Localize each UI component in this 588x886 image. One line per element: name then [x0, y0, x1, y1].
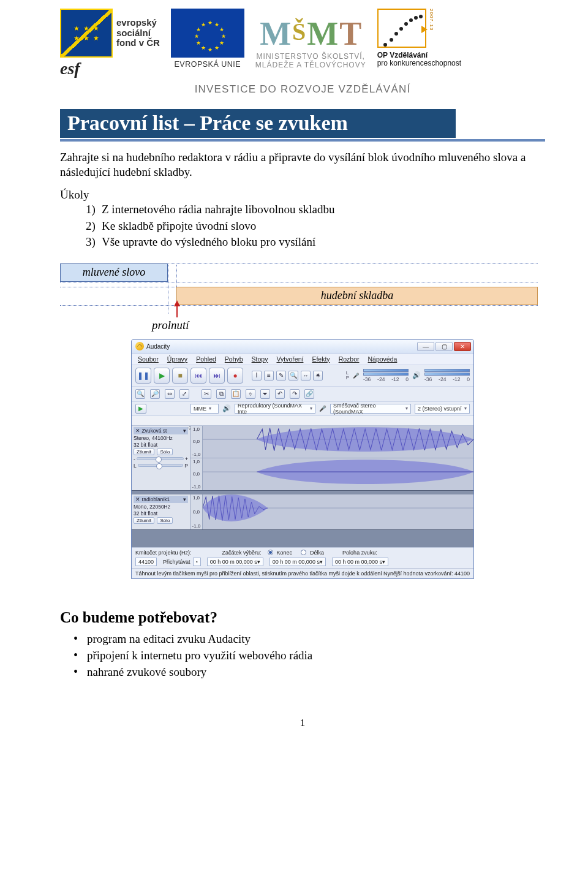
waveform-channel[interactable]: 1,00,0-1,0 — [190, 426, 473, 458]
paste-icon[interactable]: 📋 — [231, 389, 241, 399]
window-maximize-button[interactable]: ▢ — [435, 342, 453, 351]
waveform-icon — [203, 458, 473, 485]
page-number: 1 — [60, 717, 545, 729]
tool-timeshift-icon[interactable]: ↔ — [301, 371, 311, 381]
skip-start-button[interactable]: ⏮ — [190, 368, 206, 384]
tool-multi-icon[interactable]: ✷ — [313, 371, 323, 381]
fit-selection-icon[interactable]: ⇔ — [165, 389, 175, 399]
intro-paragraph: Zahrajte si na hudebního redaktora v rád… — [60, 150, 545, 180]
pan-slider[interactable] — [138, 464, 184, 467]
tools-grid-2: 🔍 ↔ ✷ — [288, 371, 323, 381]
audio-host-dropdown[interactable]: MME▾ — [190, 404, 219, 414]
audacity-screenshot: ◠ Audacity — ▢ ✕ Soubor Úpravy Pohled Po… — [131, 339, 474, 579]
skip-end-button[interactable]: ⏭ — [209, 368, 225, 384]
eu-logo: ★ ★ ★ ★ ★ ★ ★ ★ ★ ★ ★ ★ EVROPSKÁ UNIE — [171, 9, 244, 69]
menu-item[interactable]: Nápovéda — [364, 355, 401, 363]
menu-item[interactable]: Rozbor — [335, 355, 363, 363]
menu-item[interactable]: Vytvoření — [273, 355, 307, 363]
stop-button[interactable]: ■ — [172, 368, 188, 384]
msmt-caption-l2: MLÁDEŽE A TĚLOVÝCHOVY — [255, 61, 366, 70]
track-menu-caret-icon[interactable]: ▾ — [183, 496, 186, 502]
esf-logo: ★★★ ★★★ evropský sociální fond v ČR esf — [60, 9, 160, 78]
copy-icon[interactable]: ⧉ — [216, 389, 226, 399]
tools-grid: I ≡ ✎ — [252, 371, 286, 381]
audio-position-field[interactable]: 00 h 00 m 00,000 s▾ — [332, 558, 388, 566]
list-item: nahrané zvukové soubory — [87, 664, 545, 680]
project-rate-field[interactable]: 44100 — [135, 558, 157, 566]
track-area: ✕ Zvuková st ▾ Stereo, 44100Hz 32 bit fl… — [132, 426, 473, 547]
fit-project-icon[interactable]: ⤢ — [179, 389, 189, 399]
play-mini-icon[interactable]: ▶ — [135, 404, 146, 414]
selection-start-field[interactable]: 00 h 00 m 00,000 s▾ — [207, 558, 263, 566]
input-device-dropdown[interactable]: Sméšovač stereo (SoundMAX▾ — [330, 404, 411, 414]
esf-caption-l3: fond v ČR — [116, 38, 160, 48]
selection-end-field[interactable]: 00 h 00 m 00,000 s▾ — [270, 558, 326, 566]
task-item: 2)Ke skladbě připojte úvodní slovo — [86, 218, 545, 234]
status-hint: Táhnout levým tlačítkem myši pro přiblíž… — [135, 570, 382, 577]
msmt-glyph-icon: MŠMT — [260, 9, 361, 50]
track-header[interactable]: ✕ Zvuková st ▾ Stereo, 44100Hz 32 bit fl… — [132, 426, 190, 490]
track-row: ✕ radioblanik1 ▾ Mono, 22050Hz 32 bit fl… — [132, 494, 473, 530]
page-title-block: Pracovní list – Práce se zvukem — [60, 109, 545, 142]
waveform-channel[interactable]: 1,00,0-1,0 — [190, 494, 473, 529]
device-toolbar: ▶ MME▾ 🔊 Reproduktory (SoundMAX Inte▾ 🎤 … — [132, 402, 473, 416]
trim-icon[interactable]: ⎀ — [246, 389, 255, 399]
audio-position-label: Poloha zvuku: — [342, 550, 377, 556]
diagram-box-music: hudební skladba — [176, 287, 538, 305]
tool-zoom-icon[interactable]: 🔍 — [288, 371, 298, 381]
redo-icon[interactable]: ↷ — [290, 389, 300, 399]
solo-button[interactable]: Sólo — [157, 517, 173, 524]
time-ruler[interactable]: -2,0 -1,0 0,0 1,0 2,0 3,0 4,0 5,0 6,0 7,… — [132, 416, 473, 426]
zoom-in-icon[interactable]: 🔍 — [135, 389, 145, 399]
window-titlebar: ◠ Audacity — ▢ ✕ — [132, 340, 473, 354]
pause-button[interactable]: ❚❚ — [135, 368, 151, 384]
transport-toolbar: ❚❚ ▶ ■ ⏮ ⏭ ● I ≡ ✎ 🔍 ↔ ✷ — [132, 365, 473, 387]
window-title: Audacity — [146, 343, 170, 350]
mute-button[interactable]: Ztlumit — [134, 517, 154, 524]
output-device-dropdown[interactable]: Reproduktory (SoundMAX Inte▾ — [235, 404, 315, 414]
solo-button[interactable]: Sólo — [157, 449, 173, 455]
play-button[interactable]: ▶ — [154, 368, 170, 384]
mic-icon[interactable]: 🎤 — [353, 373, 360, 379]
gain-slider[interactable] — [137, 457, 184, 460]
window-minimize-button[interactable]: — — [417, 342, 434, 351]
snap-checkbox[interactable]: ▫ — [193, 558, 201, 566]
opvk-square-icon — [377, 9, 426, 48]
selection-start-label: Začátek výběru: — [222, 550, 262, 556]
diagram-box-spoken: mluvené slovo — [60, 263, 168, 282]
tool-envelope-icon[interactable]: ≡ — [264, 371, 274, 381]
menu-item[interactable]: Pohyb — [221, 355, 247, 363]
diagram-label-crossfade: prolnutí — [152, 319, 189, 332]
menu-item[interactable]: Pohled — [192, 355, 220, 363]
menu-item[interactable]: Stopy — [248, 355, 272, 363]
menu-item[interactable]: Soubor — [134, 355, 162, 363]
page-title: Pracovní list – Práce se zvukem — [60, 109, 456, 138]
undo-icon[interactable]: ↶ — [275, 389, 285, 399]
menu-item[interactable]: Efekty — [308, 355, 333, 363]
length-radio[interactable] — [301, 550, 306, 555]
waveform-icon — [203, 494, 473, 521]
link-icon[interactable]: 🔗 — [304, 389, 314, 399]
opvk-year: 2007-13 — [429, 9, 434, 31]
mute-button[interactable]: Ztlumit — [134, 449, 154, 455]
tool-selection-icon[interactable]: I — [252, 371, 262, 381]
cut-icon[interactable]: ✂ — [202, 389, 211, 399]
zoom-out-icon[interactable]: 🔎 — [150, 389, 160, 399]
speaker-icon[interactable]: 🔊 — [412, 371, 421, 379]
output-meter[interactable]: -36 -24 -12 0 — [424, 369, 470, 382]
esf-caption-l1: evropský — [116, 18, 160, 28]
track-menu-caret-icon[interactable]: ▾ — [183, 428, 186, 434]
silence-icon[interactable]: ⏷ — [260, 389, 270, 399]
status-bar: Táhnout levým tlačítkem myši pro přiblíž… — [132, 568, 473, 578]
track-header[interactable]: ✕ radioblanik1 ▾ Mono, 22050Hz 32 bit fl… — [132, 494, 190, 529]
tool-draw-icon[interactable]: ✎ — [276, 371, 286, 381]
record-button[interactable]: ● — [227, 368, 243, 384]
waveform-channel[interactable]: 1,00,0-1,0 — [190, 458, 473, 490]
waveform-icon — [203, 426, 473, 453]
input-meter[interactable]: -36 -24 -12 0 — [363, 369, 409, 382]
end-radio[interactable] — [268, 550, 273, 555]
input-channels-dropdown[interactable]: 2 (Stereo) vstupní▾ — [415, 404, 470, 414]
title-rule — [60, 139, 545, 142]
window-close-button[interactable]: ✕ — [454, 342, 471, 351]
menu-item[interactable]: Úpravy — [164, 355, 191, 363]
